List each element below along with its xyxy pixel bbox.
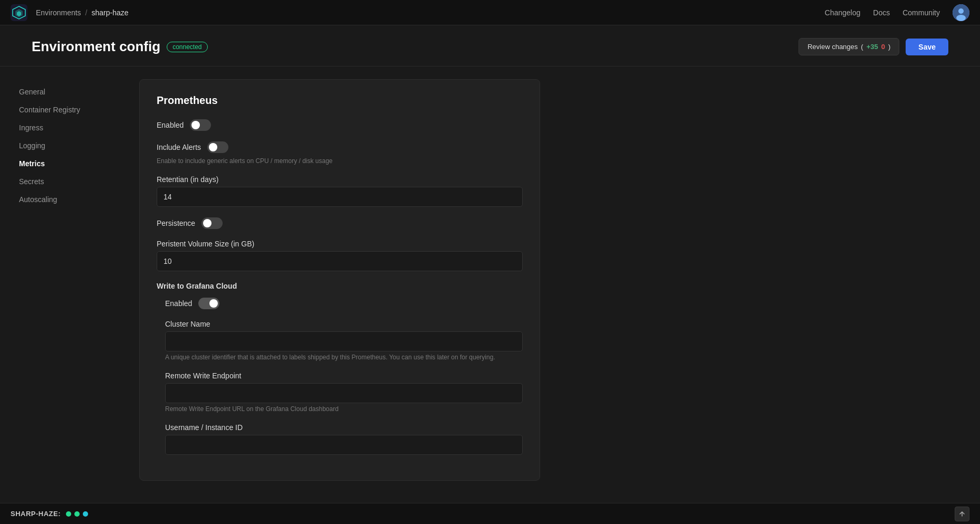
sidebar-item-secrets[interactable]: Secrets — [13, 173, 114, 190]
status-bar: SHARP-HAZE: — [0, 503, 980, 524]
remote-write-hint: Remote Write Endpoint URL on the Grafana… — [165, 405, 523, 413]
remote-write-label: Remote Write Endpoint — [165, 371, 523, 380]
status-dot-2 — [74, 511, 80, 517]
remote-write-row: Remote Write Endpoint Remote Write Endpo… — [165, 371, 523, 413]
sidebar: General Container Registry Ingress Loggi… — [0, 66, 127, 503]
grafana-enabled-toggle[interactable] — [198, 298, 219, 309]
breadcrumb-parent[interactable]: Environments — [36, 8, 81, 17]
user-avatar[interactable] — [953, 4, 969, 21]
retention-label: Retentian (in days) — [157, 175, 523, 184]
svg-point-5 — [958, 8, 964, 14]
retention-input[interactable]: 14 — [157, 187, 523, 207]
grafana-section-label: Write to Grafana Cloud — [157, 282, 523, 290]
username-input[interactable] — [165, 435, 523, 455]
enabled-row: Enabled — [157, 119, 523, 131]
grafana-enabled-slider — [198, 298, 219, 309]
cluster-name-row: Cluster Name A unique cluster identifier… — [165, 320, 523, 361]
status-bar-left: SHARP-HAZE: — [11, 510, 88, 518]
grafana-enabled-row: Enabled — [165, 298, 523, 309]
header-actions: Review changes (+35 0) Save — [799, 38, 948, 55]
sidebar-item-metrics[interactable]: Metrics — [13, 155, 114, 172]
cluster-name-input[interactable] — [165, 331, 523, 351]
remote-write-input[interactable] — [165, 383, 523, 403]
retention-row: Retentian (in days) 14 — [157, 175, 523, 207]
breadcrumb-current: sharp-haze — [91, 8, 128, 17]
env-name-label: SHARP-HAZE: — [11, 510, 61, 518]
sidebar-item-logging[interactable]: Logging — [13, 137, 114, 154]
cluster-name-hint: A unique cluster identifier that is atta… — [165, 354, 523, 361]
docs-link[interactable]: Docs — [873, 8, 890, 17]
topnav: Environments / sharp-haze Changelog Docs… — [0, 0, 980, 25]
community-link[interactable]: Community — [902, 8, 940, 17]
include-alerts-slider — [207, 141, 228, 153]
status-dot-1 — [66, 511, 71, 517]
sidebar-item-container-registry[interactable]: Container Registry — [13, 101, 114, 118]
prometheus-title: Prometheus — [157, 94, 523, 107]
username-row: Username / Instance ID — [165, 423, 523, 455]
include-alerts-toggle[interactable] — [207, 141, 228, 153]
grafana-section: Write to Grafana Cloud Enabled Cluster N… — [157, 282, 523, 455]
enabled-toggle[interactable] — [190, 119, 211, 131]
review-changes-button[interactable]: Review changes (+35 0) — [799, 38, 899, 55]
app-logo[interactable] — [11, 4, 27, 21]
enabled-label: Enabled — [157, 121, 184, 129]
grafana-subsection: Enabled Cluster Name A unique cluster id… — [165, 298, 523, 455]
include-alerts-label: Include Alerts — [157, 143, 201, 151]
sidebar-item-ingress[interactable]: Ingress — [13, 119, 114, 136]
status-dots — [66, 511, 88, 517]
grafana-enabled-label: Enabled — [165, 299, 192, 308]
scroll-to-top-button[interactable] — [955, 507, 969, 521]
changelog-link[interactable]: Changelog — [825, 8, 861, 17]
page-title-area: Environment config connected — [32, 39, 208, 55]
review-changes-label: Review changes — [808, 43, 858, 51]
persistence-row: Persistence — [157, 217, 523, 229]
save-button[interactable]: Save — [906, 39, 948, 55]
volume-size-input[interactable]: 10 — [157, 251, 523, 271]
persistence-toggle[interactable] — [201, 217, 223, 229]
persistence-slider — [201, 217, 223, 229]
include-alerts-row: Include Alerts — [157, 141, 523, 153]
breadcrumb: Environments / sharp-haze — [36, 8, 129, 17]
content-area: Prometheus Enabled Include Alerts Enable… — [127, 66, 980, 503]
main-layout: General Container Registry Ingress Loggi… — [0, 66, 980, 503]
page-title: Environment config — [32, 39, 160, 55]
username-label: Username / Instance ID — [165, 423, 523, 432]
sidebar-item-general[interactable]: General — [13, 83, 114, 100]
status-dot-3 — [83, 511, 88, 517]
review-minus-count: 0 — [881, 43, 885, 51]
breadcrumb-separator: / — [85, 8, 88, 17]
persistence-label: Persistence — [157, 219, 195, 227]
svg-point-6 — [956, 15, 966, 21]
cluster-name-label: Cluster Name — [165, 320, 523, 328]
connected-badge: connected — [167, 42, 207, 52]
page-header: Environment config connected Review chan… — [0, 25, 980, 66]
topnav-right: Changelog Docs Community — [825, 4, 969, 21]
prometheus-card: Prometheus Enabled Include Alerts Enable… — [139, 79, 540, 481]
volume-size-label: Peristent Volume Size (in GB) — [157, 240, 523, 248]
enabled-slider — [190, 119, 211, 131]
sidebar-item-autoscaling[interactable]: Autoscaling — [13, 191, 114, 208]
include-alerts-hint: Enable to include generic alerts on CPU … — [157, 157, 523, 165]
volume-size-row: Peristent Volume Size (in GB) 10 — [157, 240, 523, 271]
review-plus-count: +35 — [867, 43, 878, 51]
